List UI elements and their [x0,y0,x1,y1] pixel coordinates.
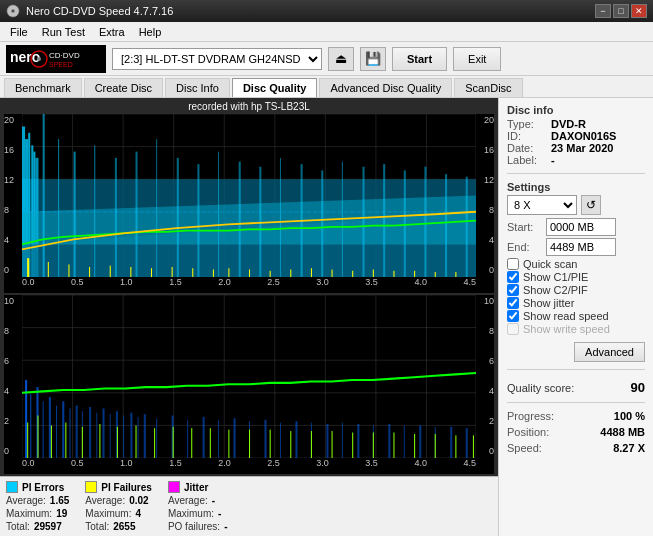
svg-rect-126 [357,424,359,458]
po-failures-label: PO failures: [168,521,220,532]
show-read-speed-checkbox[interactable] [507,310,519,322]
top-y-right-20: 20 [484,116,494,125]
svg-rect-136 [51,425,52,458]
show-jitter-checkbox[interactable] [507,297,519,309]
divider-1 [507,173,645,174]
svg-rect-65 [213,269,214,277]
advanced-button[interactable]: Advanced [574,342,645,362]
svg-rect-42 [197,164,199,277]
save-button[interactable]: 💾 [360,47,386,71]
svg-rect-133 [466,428,468,458]
jitter-max-value: - [218,508,221,519]
disc-label-row: Label: - [507,154,645,166]
exit-button[interactable]: Exit [453,47,501,71]
menubar: File Run Test Extra Help [0,22,653,42]
menu-help[interactable]: Help [133,24,168,40]
drive-selector[interactable]: [2:3] HL-DT-ST DVDRAM GH24NSD0 LH00 [112,48,322,70]
x-label-0.5: 0.5 [71,277,84,293]
menu-run-test[interactable]: Run Test [36,24,91,40]
svg-rect-55 [466,177,468,277]
position-value: 4488 MB [600,426,645,438]
pi-errors-avg-value: 1.65 [50,495,69,506]
tab-disc-quality[interactable]: Disc Quality [232,78,318,97]
svg-rect-64 [192,268,193,277]
menu-file[interactable]: File [4,24,34,40]
svg-rect-63 [172,267,173,277]
show-c2-pif-checkbox[interactable] [507,284,519,296]
svg-rect-34 [43,114,45,277]
bot-y-left-6: 6 [4,357,22,366]
svg-rect-102 [76,406,78,458]
app-logo: nero CD·DVD SPEED [6,45,106,73]
show-c2-pif-label: Show C2/PIF [523,284,588,296]
x-label-1.0: 1.0 [120,277,133,293]
svg-rect-58 [68,264,69,277]
end-input[interactable] [546,238,616,256]
svg-text:SPEED: SPEED [49,61,73,68]
top-chart: 20 16 12 8 4 0 20 16 12 8 4 0 [4,114,494,293]
svg-rect-52 [404,170,406,277]
pi-failures-avg-value: 0.02 [129,495,148,506]
jitter-avg-value: - [212,495,215,506]
menu-extra[interactable]: Extra [93,24,131,40]
speed-label: Speed: [507,442,542,454]
main-content: recorded with hp TS-LB23L 20 16 12 8 4 0… [0,98,653,536]
eject-button[interactable]: ⏏ [328,47,354,71]
svg-rect-111 [138,417,139,458]
disc-id-label: ID: [507,130,547,142]
svg-rect-95 [30,394,31,458]
quick-scan-row: Quick scan [507,258,645,270]
quick-scan-checkbox[interactable] [507,258,519,270]
bot-y-right-0: 0 [489,447,494,456]
tab-disc-info[interactable]: Disc Info [165,78,230,97]
disc-info-title: Disc info [507,104,645,116]
svg-rect-144 [191,428,192,458]
tab-scandisc[interactable]: ScanDisc [454,78,522,97]
start-input[interactable] [546,218,616,236]
recorded-label: recorded with hp TS-LB23L [188,101,310,112]
pi-errors-total-value: 29597 [34,521,62,532]
svg-rect-107 [110,414,111,458]
svg-rect-37 [94,145,95,277]
svg-rect-67 [249,269,250,277]
svg-rect-54 [445,174,447,277]
maximize-button[interactable]: □ [613,4,629,18]
divider-3 [507,402,645,403]
close-button[interactable]: ✕ [631,4,647,18]
quick-scan-label: Quick scan [523,258,577,270]
progress-label: Progress: [507,410,554,422]
minimize-button[interactable]: − [595,4,611,18]
tab-advanced-disc-quality[interactable]: Advanced Disc Quality [319,78,452,97]
titlebar-controls: − □ ✕ [595,4,647,18]
speed-row: Speed: 8.27 X [507,442,645,454]
svg-rect-112 [144,414,146,458]
svg-rect-60 [110,266,111,277]
show-c1-pie-checkbox[interactable] [507,271,519,283]
show-write-speed-row: Show write speed [507,323,645,335]
top-y-right-4: 4 [489,236,494,245]
disc-type-label: Type: [507,118,547,130]
pi-errors-avg-label: Average: [6,495,46,506]
refresh-button[interactable]: ↺ [581,195,601,215]
svg-rect-46 [280,158,281,277]
start-button[interactable]: Start [392,47,447,71]
svg-rect-115 [187,420,188,458]
svg-rect-56 [27,258,29,277]
svg-rect-69 [290,269,291,277]
top-y-left-12: 12 [4,176,22,185]
show-c1-pie-label: Show C1/PIE [523,271,588,283]
svg-rect-147 [249,430,250,458]
bot-x-label-1.0: 1.0 [120,458,133,474]
svg-rect-36 [74,152,76,277]
tab-create-disc[interactable]: Create Disc [84,78,163,97]
pi-failures-legend-icon [85,481,97,493]
disc-type-value: DVD-R [551,118,586,130]
svg-rect-97 [43,401,44,458]
tab-benchmark[interactable]: Benchmark [4,78,82,97]
svg-rect-40 [156,139,157,277]
svg-point-2 [12,10,14,12]
disc-date-label: Date: [507,142,547,154]
svg-rect-145 [210,428,211,458]
disc-type-row: Type: DVD-R [507,118,645,130]
speed-selector[interactable]: 8 X Maximum 1 X 2 X 4 X 12 X 16 X [507,195,577,215]
